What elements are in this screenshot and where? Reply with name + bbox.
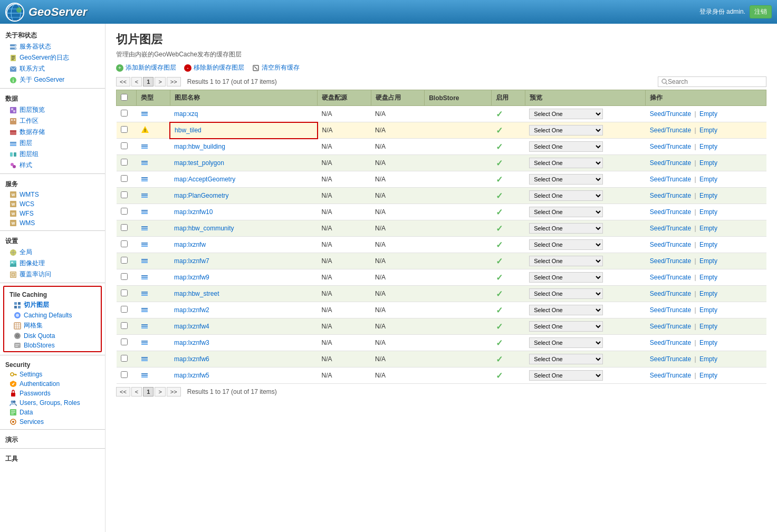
- sidebar-item-tile-layers[interactable]: 切片图层: [4, 299, 101, 311]
- sidebar-item-caching-defaults[interactable]: Caching Defaults: [4, 311, 101, 320]
- layer-name-link[interactable]: map:xzq: [174, 110, 198, 118]
- layer-name-link[interactable]: hbw_tiled: [175, 127, 202, 134]
- preview-select[interactable]: Select One: [529, 354, 603, 364]
- empty-link[interactable]: Empty: [699, 290, 717, 297]
- seed-truncate-link[interactable]: Seed/Truncate: [650, 355, 691, 363]
- layer-name-link[interactable]: map:lxznfw9: [174, 274, 209, 281]
- sidebar-item-workspace[interactable]: 工作区: [0, 115, 105, 127]
- prev-page-btn[interactable]: <: [131, 77, 142, 86]
- prev-page-btn-bottom[interactable]: <: [131, 387, 142, 396]
- empty-link[interactable]: Empty: [699, 110, 717, 118]
- row-checkbox[interactable]: [121, 142, 128, 149]
- first-page-btn[interactable]: <<: [116, 77, 130, 86]
- empty-link[interactable]: Empty: [699, 192, 717, 199]
- row-checkbox[interactable]: [121, 338, 128, 345]
- sidebar-item-data[interactable]: Data: [0, 408, 105, 417]
- row-checkbox[interactable]: [121, 191, 128, 198]
- sidebar-item-passwords[interactable]: Passwords: [0, 389, 105, 398]
- remove-cache-layer-link[interactable]: - 移除新的缓存图层: [184, 63, 244, 72]
- seed-truncate-link[interactable]: Seed/Truncate: [650, 208, 691, 216]
- row-checkbox[interactable]: [121, 110, 128, 117]
- seed-truncate-link[interactable]: Seed/Truncate: [650, 274, 691, 281]
- layer-name-link[interactable]: map:lxznfw7: [174, 257, 209, 265]
- row-checkbox[interactable]: [121, 257, 128, 264]
- preview-select[interactable]: Select One: [529, 256, 603, 266]
- sidebar-item-wfs[interactable]: W WFS: [0, 209, 105, 218]
- sidebar-item-global[interactable]: 全局: [0, 247, 105, 258]
- preview-select[interactable]: Select One: [529, 305, 603, 315]
- empty-link[interactable]: Empty: [699, 355, 717, 363]
- layer-name-link[interactable]: map:lxznfw5: [174, 372, 209, 379]
- seed-truncate-link[interactable]: Seed/Truncate: [650, 225, 691, 232]
- seed-truncate-link[interactable]: Seed/Truncate: [650, 241, 691, 248]
- seed-truncate-link[interactable]: Seed/Truncate: [650, 192, 691, 199]
- empty-link[interactable]: Empty: [699, 323, 717, 330]
- search-box[interactable]: [658, 76, 766, 87]
- seed-truncate-link[interactable]: Seed/Truncate: [650, 127, 691, 134]
- empty-link[interactable]: Empty: [699, 176, 717, 183]
- sidebar-item-grid-sets[interactable]: 网格集: [4, 320, 101, 331]
- preview-select[interactable]: Select One: [529, 158, 603, 168]
- seed-truncate-link[interactable]: Seed/Truncate: [650, 372, 691, 379]
- select-all-checkbox[interactable]: [121, 94, 128, 101]
- row-checkbox[interactable]: [121, 224, 128, 231]
- row-checkbox[interactable]: [121, 355, 128, 362]
- preview-select[interactable]: Select One: [529, 207, 603, 217]
- sidebar-item-server-status[interactable]: 服务器状态: [0, 41, 105, 52]
- layer-name-link[interactable]: map:test_polygon: [174, 159, 224, 167]
- preview-select[interactable]: Select One: [529, 370, 603, 381]
- sidebar-item-about[interactable]: i 关于 GeoServer: [0, 74, 105, 85]
- empty-link[interactable]: Empty: [699, 143, 717, 150]
- preview-select[interactable]: Select One: [529, 288, 603, 299]
- empty-link[interactable]: Empty: [699, 372, 717, 379]
- preview-select[interactable]: Select One: [529, 190, 603, 201]
- empty-link[interactable]: Empty: [699, 339, 717, 346]
- next-page-btn-bottom[interactable]: >: [155, 387, 165, 396]
- layer-name-link[interactable]: map:hbw_building: [174, 143, 225, 150]
- layer-name-link[interactable]: map:lxznfw10: [174, 208, 213, 216]
- row-checkbox[interactable]: [121, 208, 128, 215]
- row-checkbox[interactable]: [121, 273, 128, 280]
- sidebar-item-data-store[interactable]: 数据存储: [0, 127, 105, 138]
- row-checkbox[interactable]: [121, 289, 128, 296]
- preview-select[interactable]: Select One: [529, 239, 603, 250]
- row-checkbox[interactable]: [121, 175, 128, 182]
- empty-link[interactable]: Empty: [699, 127, 717, 134]
- preview-select[interactable]: Select One: [529, 125, 603, 136]
- seed-truncate-link[interactable]: Seed/Truncate: [650, 339, 691, 346]
- layer-name-link[interactable]: map:lxznfw6: [174, 355, 209, 363]
- empty-link[interactable]: Empty: [699, 241, 717, 248]
- seed-truncate-link[interactable]: Seed/Truncate: [650, 257, 691, 265]
- sidebar-item-wms[interactable]: W WMS: [0, 218, 105, 228]
- last-page-btn[interactable]: >>: [167, 77, 181, 86]
- search-input[interactable]: [668, 78, 763, 85]
- sidebar-item-coverage[interactable]: 覆盖率访问: [0, 269, 105, 280]
- logout-button[interactable]: 注销: [750, 5, 772, 18]
- sidebar-item-styles[interactable]: 样式: [0, 160, 105, 171]
- row-checkbox[interactable]: [121, 371, 128, 378]
- seed-truncate-link[interactable]: Seed/Truncate: [650, 110, 691, 118]
- empty-link[interactable]: Empty: [699, 274, 717, 281]
- sidebar-item-blobstores[interactable]: BlobStores: [4, 341, 101, 350]
- empty-link[interactable]: Empty: [699, 159, 717, 167]
- layer-name-link[interactable]: map:lxznfw2: [174, 306, 209, 314]
- seed-truncate-link[interactable]: Seed/Truncate: [650, 306, 691, 314]
- seed-truncate-link[interactable]: Seed/Truncate: [650, 143, 691, 150]
- preview-select[interactable]: Select One: [529, 174, 603, 185]
- empty-link[interactable]: Empty: [699, 225, 717, 232]
- sidebar-item-geoserver-log[interactable]: GeoServer的日志: [0, 52, 105, 63]
- layer-name-link[interactable]: map:lxznfw4: [174, 323, 209, 330]
- row-checkbox[interactable]: [121, 322, 128, 329]
- preview-select[interactable]: Select One: [529, 321, 603, 332]
- layer-name-link[interactable]: map:lxznfw: [174, 241, 206, 248]
- preview-select[interactable]: Select One: [529, 141, 603, 152]
- preview-select[interactable]: Select One: [529, 337, 603, 348]
- sidebar-item-users[interactable]: Users, Groups, Roles: [0, 398, 105, 408]
- preview-select[interactable]: Select One: [529, 109, 603, 119]
- row-checkbox[interactable]: [121, 126, 128, 133]
- row-checkbox[interactable]: [121, 240, 128, 247]
- seed-truncate-link[interactable]: Seed/Truncate: [650, 323, 691, 330]
- seed-truncate-link[interactable]: Seed/Truncate: [650, 159, 691, 167]
- first-page-btn-bottom[interactable]: <<: [116, 387, 130, 396]
- empty-link[interactable]: Empty: [699, 306, 717, 314]
